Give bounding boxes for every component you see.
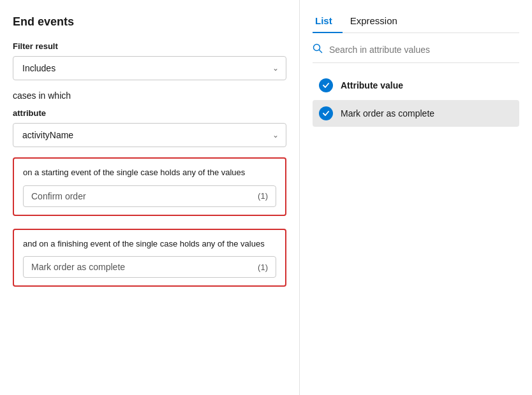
tab-list[interactable]: List	[313, 10, 343, 32]
tab-expression[interactable]: Expression	[348, 10, 408, 32]
tab-bar: List Expression	[313, 10, 519, 33]
mark-order-row[interactable]: Mark order as complete	[313, 100, 519, 127]
starting-event-value-row[interactable]: Confirm order (1)	[23, 185, 276, 207]
filter-select-wrapper: Includes Excludes ⌄	[13, 56, 286, 80]
mark-order-check-icon	[319, 106, 333, 120]
starting-event-value-label: Confirm order	[31, 191, 86, 201]
attribute-value-header-row: Attribute value	[313, 73, 519, 97]
cases-in-which-label: cases in which	[13, 90, 286, 101]
left-panel: End events Filter result Includes Exclud…	[0, 0, 300, 395]
section-title: End events	[13, 15, 286, 29]
right-panel: List Expression Attribute value	[300, 0, 532, 395]
starting-event-section: on a starting event of the single case h…	[13, 157, 286, 216]
finishing-event-section: and on a finishing event of the single c…	[13, 229, 286, 287]
attribute-value-check-icon	[319, 78, 333, 92]
search-input[interactable]	[329, 45, 519, 55]
filter-select[interactable]: Includes Excludes	[13, 56, 286, 80]
mark-order-label: Mark order as complete	[341, 108, 434, 118]
finishing-event-description: and on a finishing event of the single c…	[23, 238, 276, 250]
svg-line-1	[320, 50, 322, 53]
attribute-select[interactable]: activityName eventType	[13, 123, 286, 147]
attribute-select-wrapper: activityName eventType ⌄	[13, 123, 286, 147]
search-row	[313, 43, 519, 63]
starting-event-value-count: (1)	[258, 191, 268, 201]
search-icon	[313, 43, 323, 56]
attribute-value-header-label: Attribute value	[341, 80, 403, 90]
filter-label: Filter result	[13, 41, 286, 51]
attribute-label: attribute	[13, 108, 286, 118]
finishing-event-value-count: (1)	[258, 262, 268, 272]
finishing-event-value-row[interactable]: Mark order as complete (1)	[23, 256, 276, 278]
starting-event-description: on a starting event of the single case h…	[23, 166, 276, 179]
finishing-event-value-label: Mark order as complete	[31, 262, 125, 272]
